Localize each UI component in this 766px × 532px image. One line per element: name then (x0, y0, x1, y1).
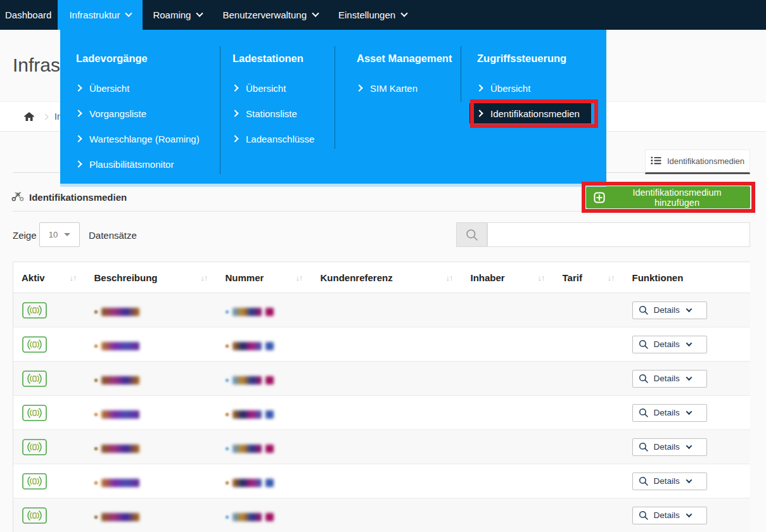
sort-icon[interactable]: ↓↑ (608, 273, 615, 282)
table-row: Details (13, 430, 751, 464)
chevron-down-icon (125, 10, 132, 16)
list-icon (651, 156, 661, 167)
nav-item-infrastruktur[interactable]: Infrastruktur (58, 0, 143, 30)
search-icon (639, 374, 649, 384)
active-rfid-icon (22, 404, 48, 421)
menu-item-label: Stationsliste (246, 108, 297, 119)
nav-item-label: Einstellungen (338, 10, 395, 20)
menu-item-warteschlange-roaming[interactable]: Warteschlange (Roaming) (76, 131, 200, 146)
cell-tarif (558, 327, 627, 362)
cell-tarif (558, 498, 627, 532)
nav-item-roaming[interactable]: Roaming (143, 0, 212, 30)
menu-item-bersicht[interactable]: Übersicht (233, 80, 314, 96)
sort-icon[interactable]: ↓↑ (538, 273, 545, 282)
page-size-select[interactable]: 10 (39, 222, 80, 247)
column-header-aktiv[interactable]: Aktiv↓↑ (13, 262, 89, 293)
show-label: Zeige (13, 230, 37, 241)
details-button-label: Details (654, 374, 680, 383)
chevron-down-icon (686, 306, 692, 312)
cell-inhaber (466, 293, 558, 327)
menu-item-stationsliste[interactable]: Stationsliste (233, 106, 314, 121)
menu-item-label: Vorgangsliste (89, 108, 146, 119)
cell-nummer (220, 430, 316, 464)
menu-item-label: SIM Karten (370, 83, 418, 94)
cell-kundenreferenz (316, 498, 466, 532)
tab-identifikationsmedien[interactable]: Identifikationsmedien (645, 149, 750, 174)
details-button[interactable]: Details (632, 370, 707, 388)
details-button[interactable]: Details (632, 301, 707, 319)
menu-item-bersicht[interactable]: Übersicht (477, 80, 580, 96)
details-button-label: Details (654, 339, 680, 349)
section-header: Identifikationsmedien (11, 189, 127, 205)
table-row: Details (13, 293, 751, 327)
sort-icon[interactable]: ↓↑ (446, 273, 453, 282)
cell-kundenreferenz (316, 362, 466, 396)
nav-item-benutzerverwaltung[interactable]: Benutzerverwaltung (212, 0, 328, 30)
active-rfid-icon (22, 507, 48, 524)
cell-funktionen: Details (627, 362, 751, 396)
cell-aktiv (13, 430, 89, 464)
chevron-right-icon (75, 84, 82, 91)
identification-media-table: Aktiv↓↑Beschreibung↓↑Nummer↓↑Kundenrefer… (13, 262, 750, 532)
nav-item-einstellungen[interactable]: Einstellungen (328, 0, 417, 30)
details-button[interactable]: Details (632, 507, 707, 524)
cell-funktionen: Details (627, 464, 751, 498)
sort-icon[interactable]: ↓↑ (70, 273, 77, 282)
cell-funktionen: Details (627, 293, 751, 327)
home-icon[interactable] (23, 111, 35, 122)
nav-item-label: Benutzerverwaltung (222, 10, 307, 20)
search-icon (639, 442, 649, 452)
cell-nummer (220, 396, 316, 430)
details-button[interactable]: Details (632, 336, 707, 353)
menu-item-plausibilit-tsmonitor[interactable]: Plausibilitätsmonitor (76, 156, 200, 172)
menu-item-label: Übersicht (89, 83, 129, 94)
details-button[interactable]: Details (632, 404, 707, 422)
search-input[interactable] (487, 222, 750, 247)
column-header-kundenreferenz[interactable]: Kundenreferenz↓↑ (316, 262, 466, 293)
cell-funktionen: Details (627, 498, 751, 532)
search-icon (639, 305, 649, 315)
details-button[interactable]: Details (632, 438, 707, 456)
column-header-tarif[interactable]: Tarif↓↑ (558, 262, 627, 293)
details-button-label: Details (654, 442, 680, 452)
cell-tarif (558, 396, 627, 430)
chevron-down-icon (686, 374, 692, 381)
menu-item-bersicht[interactable]: Übersicht (76, 80, 200, 96)
column-header-nummer[interactable]: Nummer↓↑ (220, 262, 316, 293)
table-row: Details (13, 396, 751, 430)
nav-item-label: Dashboard (5, 10, 51, 20)
nav-item-label: Roaming (153, 10, 191, 20)
menu-item-vorgangsliste[interactable]: Vorgangsliste (76, 106, 200, 121)
column-header-beschreibung[interactable]: Beschreibung↓↑ (89, 262, 220, 293)
menu-item-label: Plausibilitätsmonitor (89, 159, 174, 170)
cell-inhaber (466, 396, 558, 430)
details-button-label: Details (654, 476, 680, 486)
menu-item-sim-karten[interactable]: SIM Karten (357, 80, 452, 96)
column-header-inhaber[interactable]: Inhaber↓↑ (466, 262, 558, 293)
tab-label: Identifikationsmedien (667, 156, 744, 166)
chevron-right-icon (75, 110, 82, 117)
details-button[interactable]: Details (632, 472, 707, 490)
add-identification-medium-button[interactable]: Identifikationsmedium hinzufügen (586, 186, 750, 208)
chevron-right-icon (42, 113, 49, 120)
cell-aktiv (13, 362, 89, 396)
redacted-nummer (226, 513, 274, 521)
menu-divider (461, 46, 461, 102)
sort-icon[interactable]: ↓↑ (296, 273, 303, 282)
chevron-right-icon (231, 84, 238, 91)
active-rfid-icon (22, 336, 48, 353)
active-rfid-icon (22, 370, 48, 387)
search-icon (639, 510, 649, 521)
menu-item-identifikationsmedien[interactable]: Identifikationsmedien (477, 106, 580, 121)
sort-icon[interactable]: ↓↑ (201, 273, 208, 282)
cell-beschreibung (89, 327, 220, 362)
chevron-right-icon (231, 110, 238, 117)
cell-kundenreferenz (316, 464, 466, 498)
redacted-nummer (226, 410, 274, 419)
menu-item-ladeanschl-sse[interactable]: Ladeanschlüsse (233, 131, 314, 146)
menu-column-title: Ladestationen (233, 53, 314, 68)
redacted-nummer (226, 308, 274, 316)
chevron-down-icon (686, 443, 692, 449)
nav-item-dashboard[interactable]: Dashboard (0, 0, 58, 30)
cell-inhaber (466, 498, 558, 532)
